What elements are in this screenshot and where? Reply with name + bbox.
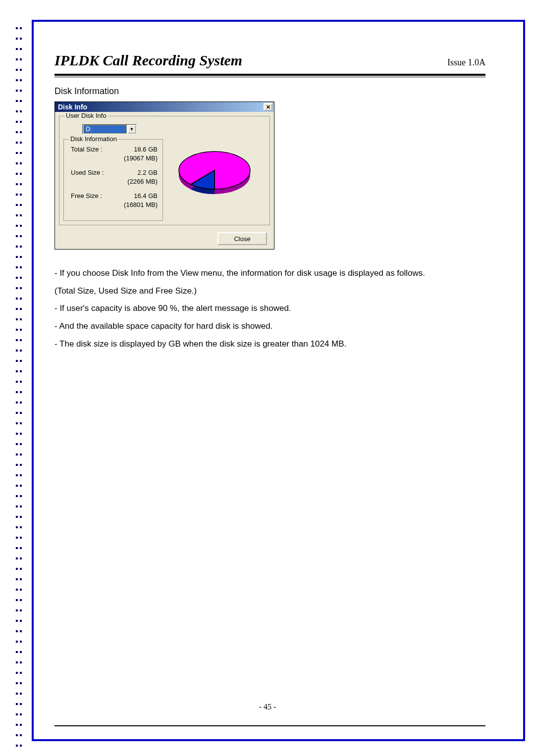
pie-chart-svg [175, 147, 254, 201]
page-number: - 45 - [0, 703, 535, 711]
user-disk-info-group: User Disk Info D: ▼ Disk Information Tot… [59, 116, 270, 225]
pie-chart [175, 139, 254, 202]
drive-row: D: ▼ [82, 124, 266, 134]
body-line: (Total Size, Used Size and Free Size.) [54, 282, 485, 300]
dialog-titlebar[interactable]: Disk Info ✕ [55, 102, 274, 112]
body-line: - And the available space capacity for h… [54, 317, 485, 335]
close-button[interactable]: Close [217, 232, 267, 245]
used-label: Used Size : [71, 169, 115, 176]
group-title-outer: User Disk Info [64, 112, 108, 119]
section-title: Disk Information [54, 86, 485, 97]
content: IPLDK Call Recording System Issue 1.0A D… [54, 52, 485, 726]
total-gb: 18.6 GB [115, 146, 158, 153]
free-mb: (16801 MB) [115, 201, 158, 208]
body-line: - If you choose Disk Info from the View … [54, 264, 485, 282]
chevron-down-icon[interactable]: ▼ [127, 125, 136, 134]
free-label: Free Size : [71, 192, 115, 200]
decorative-dots [16, 27, 22, 731]
close-icon[interactable]: ✕ [264, 103, 272, 111]
disk-information-group: Disk Information Total Size : 18.6 GB (1… [63, 139, 163, 221]
total-label: Total Size : [71, 146, 115, 153]
drive-select[interactable]: D: ▼ [82, 124, 137, 134]
dialog-body: User Disk Info D: ▼ Disk Information Tot… [55, 112, 274, 249]
used-size-row: Used Size : 2.2 GB [71, 169, 158, 176]
free-size-row: Free Size : 16.4 GB [71, 192, 158, 200]
body-text: - If you choose Disk Info from the View … [54, 264, 485, 353]
total-size-row: Total Size : 18.6 GB [71, 146, 158, 153]
footer-rule [54, 725, 485, 726]
dialog-buttons: Close [59, 229, 270, 245]
used-mb: (2266 MB) [115, 178, 158, 185]
body-line: - If user's capacity is above 90 %, the … [54, 300, 485, 317]
issue-label: Issue 1.0A [447, 57, 485, 68]
dialog-title: Disk Info [58, 103, 87, 111]
drive-selected-value: D: [83, 125, 127, 134]
page-title: IPLDK Call Recording System [54, 52, 242, 69]
header-rule [54, 74, 485, 77]
header-row: IPLDK Call Recording System Issue 1.0A [54, 52, 485, 69]
disk-info-dialog: Disk Info ✕ User Disk Info D: ▼ Disk Inf… [54, 101, 274, 250]
group-title-inner: Disk Information [69, 135, 118, 143]
total-mb: (19067 MB) [115, 154, 158, 162]
free-gb: 16.4 GB [115, 192, 158, 200]
body-line: - The disk size is displayed by GB when … [54, 335, 485, 353]
used-gb: 2.2 GB [115, 169, 158, 176]
